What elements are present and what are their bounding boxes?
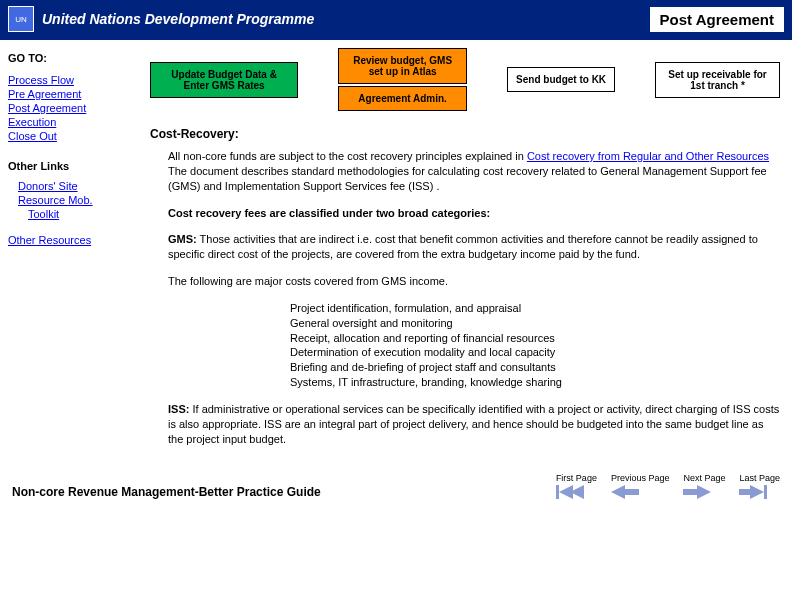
flow-update-budget[interactable]: Update Budget Data & Enter GMS Rates	[150, 62, 298, 98]
arrow-last-icon	[739, 485, 767, 499]
arrow-first-icon	[556, 485, 584, 499]
link-resource-mob[interactable]: Resource Mob.	[18, 194, 138, 206]
iss-label: ISS:	[168, 403, 189, 415]
link-cost-recovery[interactable]: Cost recovery from Regular and Other Res…	[527, 150, 769, 162]
flow-receivable[interactable]: Set up receivable for 1st tranch *	[655, 62, 780, 98]
iss-para: ISS: If administrative or operational se…	[168, 402, 780, 447]
svg-marker-7	[739, 489, 750, 495]
gms-para: GMS: Those activities that are indirect …	[168, 232, 780, 262]
btn-label: Last Page	[739, 473, 780, 483]
gms-item: Project identification, formulation, and…	[290, 301, 780, 316]
btn-label: Previous Page	[611, 473, 670, 483]
link-toolkit[interactable]: Toolkit	[28, 208, 138, 220]
iss-text: If administrative or operational service…	[168, 403, 779, 445]
gms-item: Briefing and de-briefing of project staf…	[290, 360, 780, 375]
nav-pre-agreement[interactable]: Pre Agreement	[8, 88, 138, 100]
footer: Non-core Revenue Management-Better Pract…	[0, 467, 792, 507]
btn-first-page[interactable]: First Page	[556, 473, 597, 499]
svg-marker-3	[611, 485, 639, 499]
arrow-next-icon	[683, 485, 711, 499]
svg-marker-5	[750, 485, 764, 499]
nav-post-agreement[interactable]: Post Agreement	[8, 102, 138, 114]
arrow-prev-icon	[611, 485, 639, 499]
header-bar: UN United Nations Development Programme …	[0, 0, 792, 38]
flow-review-budget[interactable]: Review budget, GMS set up in Atlas	[338, 48, 467, 84]
flow-agreement-admin[interactable]: Agreement Admin.	[338, 86, 467, 111]
gms-item: Determination of execution modality and …	[290, 345, 780, 360]
gms-text: Those activities that are indirect i.e. …	[168, 233, 758, 260]
sidebar: GO TO: Process Flow Pre Agreement Post A…	[0, 40, 146, 467]
btn-label: First Page	[556, 473, 597, 483]
btn-label: Next Page	[683, 473, 725, 483]
flow-send-kk[interactable]: Send budget to KK	[507, 67, 615, 92]
gms-item: Systems, IT infrastructure, branding, kn…	[290, 375, 780, 390]
gms-intro: The following are major costs covered fr…	[168, 274, 780, 289]
org-name: United Nations Development Programme	[42, 11, 314, 27]
other-links-label: Other Links	[8, 160, 138, 172]
svg-marker-2	[559, 485, 573, 499]
main-content: Update Budget Data & Enter GMS Rates Rev…	[146, 40, 792, 467]
process-flow-row: Update Budget Data & Enter GMS Rates Rev…	[150, 48, 780, 111]
page-title: Post Agreement	[650, 7, 784, 32]
p1b: The document describes standard methodol…	[168, 165, 767, 192]
gms-item: General oversight and monitoring	[290, 316, 780, 331]
gms-label: GMS:	[168, 233, 197, 245]
gms-item: Receipt, allocation and reporting of fin…	[290, 331, 780, 346]
section-cost-recovery: Cost-Recovery:	[150, 127, 780, 141]
svg-marker-4	[683, 485, 711, 499]
svg-rect-6	[764, 485, 767, 499]
gms-list: Project identification, formulation, and…	[290, 301, 780, 390]
footer-title: Non-core Revenue Management-Better Pract…	[12, 485, 321, 499]
link-other-resources[interactable]: Other Resources	[8, 234, 138, 246]
svg-rect-1	[556, 485, 559, 499]
btn-prev-page[interactable]: Previous Page	[611, 473, 670, 499]
nav-process-flow[interactable]: Process Flow	[8, 74, 138, 86]
btn-last-page[interactable]: Last Page	[739, 473, 780, 499]
undp-logo: UN	[8, 6, 34, 32]
btn-next-page[interactable]: Next Page	[683, 473, 725, 499]
para-2: Cost recovery fees are classified under …	[168, 206, 780, 221]
nav-execution[interactable]: Execution	[8, 116, 138, 128]
goto-label: GO TO:	[8, 52, 138, 64]
nav-close-out[interactable]: Close Out	[8, 130, 138, 142]
link-donors-site[interactable]: Donors' Site	[18, 180, 138, 192]
para-1: All non-core funds are subject to the co…	[168, 149, 780, 194]
p1a: All non-core funds are subject to the co…	[168, 150, 527, 162]
